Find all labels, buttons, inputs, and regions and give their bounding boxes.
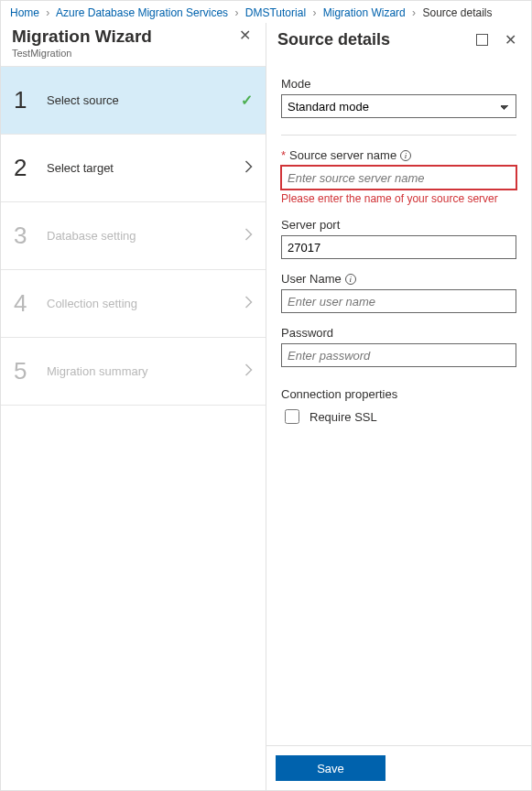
wizard-panel: Migration Wizard TestMigration ✕ 1 Selec…: [1, 23, 266, 790]
breadcrumb-dms[interactable]: Azure Database Migration Services: [56, 6, 228, 19]
info-icon[interactable]: i: [345, 274, 356, 285]
source-server-error: Please enter the name of your source ser…: [281, 192, 516, 205]
source-server-label: * Source server name i: [281, 148, 516, 162]
connection-properties-label: Connection properties: [281, 387, 516, 401]
details-panel: Source details ✕ Mode Standard mode * So…: [266, 23, 531, 790]
server-port-input[interactable]: [281, 235, 516, 259]
wizard-step-migration-summary[interactable]: 5 Migration summary: [1, 338, 266, 406]
checkmark-icon: ✓: [241, 92, 253, 109]
chevron-right-icon: ›: [42, 6, 53, 19]
wizard-subtitle: TestMigration: [12, 48, 235, 59]
chevron-right-icon: [244, 296, 253, 311]
info-icon[interactable]: i: [400, 150, 411, 161]
password-input[interactable]: [281, 343, 516, 367]
source-server-input[interactable]: [281, 166, 516, 190]
step-label: Select target: [47, 161, 244, 175]
require-ssl-label: Require SSL: [309, 410, 377, 424]
wizard-step-database-setting[interactable]: 3 Database setting: [1, 202, 266, 270]
details-title: Source details: [277, 30, 476, 49]
step-number: 2: [14, 154, 47, 182]
breadcrumb-home[interactable]: Home: [10, 6, 39, 19]
label-text: Source server name: [289, 148, 396, 162]
server-port-label: Server port: [281, 218, 516, 232]
chevron-right-icon: ›: [231, 6, 242, 19]
step-number: 3: [14, 222, 47, 250]
wizard-step-select-target[interactable]: 2 Select target: [1, 135, 266, 202]
mode-select[interactable]: Standard mode: [281, 94, 516, 118]
close-icon[interactable]: ✕: [235, 27, 255, 45]
breadcrumb: Home › Azure Database Migration Services…: [1, 1, 531, 23]
step-label: Select source: [47, 93, 241, 107]
required-asterisk: *: [281, 148, 286, 162]
breadcrumb-tutorial[interactable]: DMSTutorial: [245, 6, 306, 19]
divider: [281, 135, 516, 135]
chevron-right-icon: ›: [408, 6, 419, 19]
pin-icon[interactable]: [476, 34, 488, 46]
step-label: Collection setting: [47, 297, 244, 310]
step-label: Database setting: [47, 229, 244, 243]
wizard-step-select-source[interactable]: 1 Select source ✓: [1, 67, 266, 135]
breadcrumb-wizard[interactable]: Migration Wizard: [323, 6, 406, 19]
chevron-right-icon: ›: [309, 6, 320, 19]
password-label: Password: [281, 326, 516, 340]
wizard-step-collection-setting[interactable]: 4 Collection setting: [1, 270, 266, 338]
close-icon[interactable]: ✕: [501, 31, 520, 49]
chevron-right-icon: [244, 160, 253, 176]
chevron-right-icon: [244, 363, 253, 379]
wizard-steps: 1 Select source ✓ 2 Select target 3 Data…: [1, 66, 266, 406]
user-name-label: User Name i: [281, 272, 516, 286]
wizard-title: Migration Wizard: [12, 27, 235, 47]
chevron-right-icon: [244, 228, 253, 244]
step-number: 1: [14, 86, 47, 114]
step-number: 4: [14, 289, 47, 318]
step-number: 5: [14, 357, 47, 385]
mode-label: Mode: [281, 77, 516, 91]
label-text: User Name: [281, 272, 342, 286]
app-root: Home › Azure Database Migration Services…: [0, 0, 532, 791]
require-ssl-checkbox[interactable]: [285, 409, 299, 424]
breadcrumb-current: Source details: [422, 6, 492, 19]
save-button[interactable]: Save: [276, 755, 385, 781]
user-name-input[interactable]: [281, 289, 516, 313]
step-label: Migration summary: [47, 364, 244, 378]
